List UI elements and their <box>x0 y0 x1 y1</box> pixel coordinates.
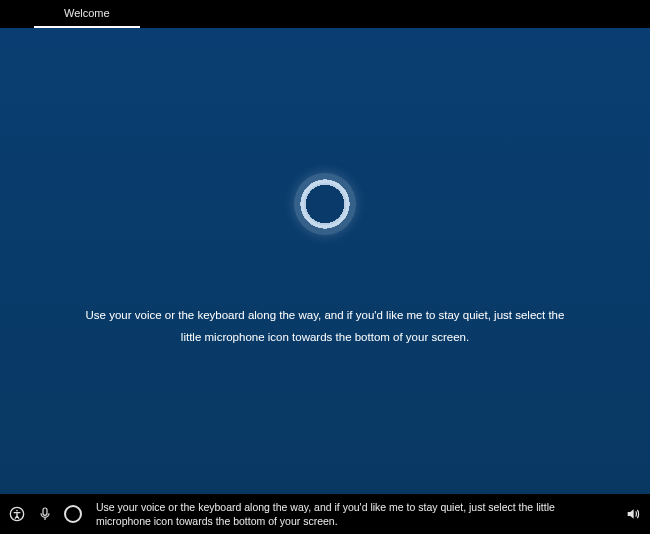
svg-point-1 <box>16 510 18 512</box>
footer-bar: Use your voice or the keyboard along the… <box>0 494 650 534</box>
cortana-small-ring-icon[interactable] <box>64 505 82 523</box>
header-bar: Welcome <box>0 0 650 28</box>
svg-rect-2 <box>43 508 47 515</box>
accessibility-icon[interactable] <box>8 505 26 523</box>
microphone-icon[interactable] <box>36 505 54 523</box>
cortana-instruction-text: Use your voice or the keyboard along the… <box>85 305 565 349</box>
tab-label: Welcome <box>64 7 110 19</box>
cortana-ring-icon <box>294 173 356 235</box>
main-panel: Use your voice or the keyboard along the… <box>0 28 650 494</box>
oobe-welcome-screen: Welcome Use your voice or the keyboard a… <box>0 0 650 534</box>
footer-caption: Use your voice or the keyboard along the… <box>92 500 614 528</box>
volume-icon[interactable] <box>624 505 642 523</box>
tab-welcome[interactable]: Welcome <box>34 0 140 28</box>
